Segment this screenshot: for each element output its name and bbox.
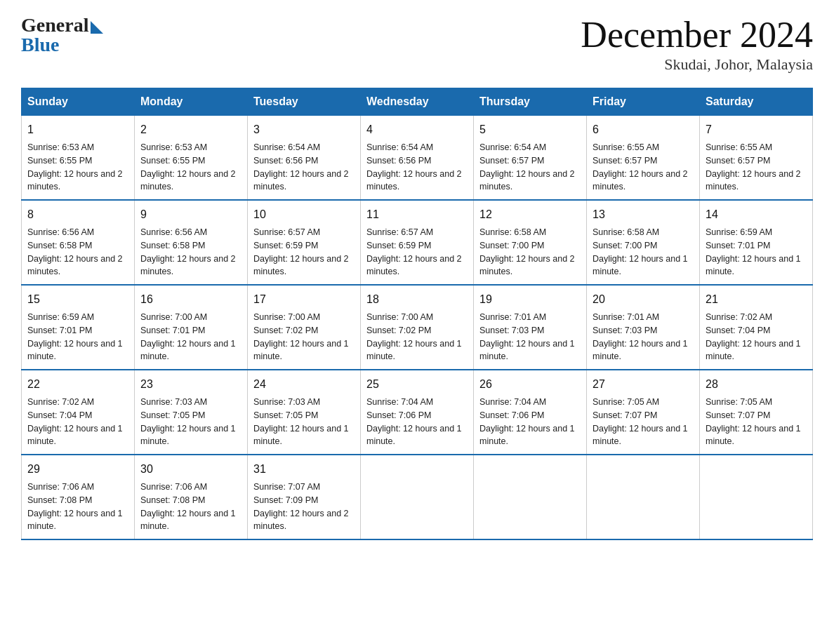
- logo: General Blue: [21, 14, 103, 56]
- day-number: 31: [253, 461, 355, 478]
- day-number: 23: [140, 376, 241, 393]
- calendar-cell: 22Sunrise: 7:02 AMSunset: 7:04 PMDayligh…: [22, 370, 135, 455]
- calendar-cell: 5Sunrise: 6:54 AMSunset: 6:57 PMDaylight…: [474, 116, 587, 201]
- header-monday: Monday: [135, 88, 248, 116]
- cell-info: Sunrise: 6:56 AMSunset: 6:58 PMDaylight:…: [140, 227, 236, 276]
- cell-info: Sunrise: 7:06 AMSunset: 7:08 PMDaylight:…: [140, 482, 236, 531]
- cell-info: Sunrise: 7:07 AMSunset: 7:09 PMDaylight:…: [253, 482, 349, 531]
- cell-info: Sunrise: 6:53 AMSunset: 6:55 PMDaylight:…: [140, 142, 236, 192]
- day-number: 29: [27, 461, 128, 478]
- calendar-cell: 6Sunrise: 6:55 AMSunset: 6:57 PMDaylight…: [587, 116, 700, 201]
- header-wednesday: Wednesday: [361, 88, 474, 116]
- title-area: December 2024 Skudai, Johor, Malaysia: [581, 14, 813, 74]
- cell-info: Sunrise: 7:05 AMSunset: 7:07 PMDaylight:…: [593, 397, 688, 446]
- cell-info: Sunrise: 6:58 AMSunset: 7:00 PMDaylight:…: [479, 227, 575, 276]
- cell-info: Sunrise: 7:00 AMSunset: 7:02 PMDaylight:…: [366, 312, 462, 361]
- cell-info: Sunrise: 7:02 AMSunset: 7:04 PMDaylight:…: [706, 312, 801, 361]
- calendar-cell: 28Sunrise: 7:05 AMSunset: 7:07 PMDayligh…: [700, 370, 813, 455]
- day-number: 7: [706, 121, 807, 138]
- cell-info: Sunrise: 7:00 AMSunset: 7:02 PMDaylight:…: [253, 312, 349, 361]
- cell-info: Sunrise: 6:55 AMSunset: 6:57 PMDaylight:…: [706, 142, 801, 192]
- day-number: 10: [253, 206, 355, 223]
- header-tuesday: Tuesday: [248, 88, 361, 116]
- cell-info: Sunrise: 7:01 AMSunset: 7:03 PMDaylight:…: [479, 312, 575, 361]
- calendar-cell: 12Sunrise: 6:58 AMSunset: 7:00 PMDayligh…: [474, 200, 587, 285]
- calendar-cell: 20Sunrise: 7:01 AMSunset: 7:03 PMDayligh…: [587, 285, 700, 370]
- calendar-cell: 7Sunrise: 6:55 AMSunset: 6:57 PMDaylight…: [700, 116, 813, 201]
- page-header: General Blue December 2024 Skudai, Johor…: [21, 14, 813, 74]
- month-title: December 2024: [581, 14, 813, 55]
- calendar-cell: 11Sunrise: 6:57 AMSunset: 6:59 PMDayligh…: [361, 200, 474, 285]
- calendar-cell: 8Sunrise: 6:56 AMSunset: 6:58 PMDaylight…: [22, 200, 135, 285]
- day-number: 18: [366, 291, 468, 308]
- cell-info: Sunrise: 6:59 AMSunset: 7:01 PMDaylight:…: [27, 312, 123, 361]
- cell-info: Sunrise: 6:54 AMSunset: 6:56 PMDaylight:…: [253, 142, 349, 192]
- day-number: 20: [593, 291, 694, 308]
- day-number: 2: [140, 121, 241, 138]
- day-number: 26: [479, 376, 581, 393]
- day-number: 14: [706, 206, 807, 223]
- calendar-cell: [361, 455, 474, 539]
- cell-info: Sunrise: 7:06 AMSunset: 7:08 PMDaylight:…: [27, 482, 123, 531]
- calendar-cell: [587, 455, 700, 539]
- cell-info: Sunrise: 6:53 AMSunset: 6:55 PMDaylight:…: [27, 142, 123, 192]
- cell-info: Sunrise: 7:03 AMSunset: 7:05 PMDaylight:…: [253, 397, 349, 446]
- day-number: 6: [593, 121, 694, 138]
- calendar-cell: 13Sunrise: 6:58 AMSunset: 7:00 PMDayligh…: [587, 200, 700, 285]
- calendar-cell: 10Sunrise: 6:57 AMSunset: 6:59 PMDayligh…: [248, 200, 361, 285]
- cell-info: Sunrise: 6:57 AMSunset: 6:59 PMDaylight:…: [366, 227, 462, 276]
- header-sunday: Sunday: [22, 88, 135, 116]
- calendar-cell: 16Sunrise: 7:00 AMSunset: 7:01 PMDayligh…: [135, 285, 248, 370]
- cell-info: Sunrise: 6:56 AMSunset: 6:58 PMDaylight:…: [27, 227, 123, 276]
- day-number: 17: [253, 291, 355, 308]
- logo-triangle-icon: [91, 21, 103, 34]
- cell-info: Sunrise: 7:05 AMSunset: 7:07 PMDaylight:…: [706, 397, 801, 446]
- calendar-cell: 14Sunrise: 6:59 AMSunset: 7:01 PMDayligh…: [700, 200, 813, 285]
- day-number: 16: [140, 291, 241, 308]
- calendar-cell: 18Sunrise: 7:00 AMSunset: 7:02 PMDayligh…: [361, 285, 474, 370]
- day-number: 3: [253, 121, 355, 138]
- calendar-table: SundayMondayTuesdayWednesdayThursdayFrid…: [21, 88, 813, 540]
- day-number: 25: [366, 376, 468, 393]
- day-number: 13: [593, 206, 694, 223]
- cell-info: Sunrise: 7:04 AMSunset: 7:06 PMDaylight:…: [366, 397, 462, 446]
- calendar-cell: 19Sunrise: 7:01 AMSunset: 7:03 PMDayligh…: [474, 285, 587, 370]
- calendar-cell: 24Sunrise: 7:03 AMSunset: 7:05 PMDayligh…: [248, 370, 361, 455]
- calendar-cell: 26Sunrise: 7:04 AMSunset: 7:06 PMDayligh…: [474, 370, 587, 455]
- week-row-1: 1Sunrise: 6:53 AMSunset: 6:55 PMDaylight…: [22, 116, 813, 201]
- header-friday: Friday: [587, 88, 700, 116]
- cell-info: Sunrise: 7:03 AMSunset: 7:05 PMDaylight:…: [140, 397, 236, 446]
- calendar-cell: 4Sunrise: 6:54 AMSunset: 6:56 PMDaylight…: [361, 116, 474, 201]
- cell-info: Sunrise: 7:02 AMSunset: 7:04 PMDaylight:…: [27, 397, 123, 446]
- day-number: 5: [479, 121, 581, 138]
- day-number: 27: [593, 376, 694, 393]
- calendar-cell: 29Sunrise: 7:06 AMSunset: 7:08 PMDayligh…: [22, 455, 135, 539]
- day-number: 22: [27, 376, 128, 393]
- calendar-cell: 25Sunrise: 7:04 AMSunset: 7:06 PMDayligh…: [361, 370, 474, 455]
- calendar-cell: 27Sunrise: 7:05 AMSunset: 7:07 PMDayligh…: [587, 370, 700, 455]
- day-number: 19: [479, 291, 581, 308]
- week-row-2: 8Sunrise: 6:56 AMSunset: 6:58 PMDaylight…: [22, 200, 813, 285]
- cell-info: Sunrise: 6:58 AMSunset: 7:00 PMDaylight:…: [593, 227, 688, 276]
- cell-info: Sunrise: 7:00 AMSunset: 7:01 PMDaylight:…: [140, 312, 236, 361]
- calendar-cell: 21Sunrise: 7:02 AMSunset: 7:04 PMDayligh…: [700, 285, 813, 370]
- day-number: 30: [140, 461, 241, 478]
- calendar-cell: 3Sunrise: 6:54 AMSunset: 6:56 PMDaylight…: [248, 116, 361, 201]
- week-row-4: 22Sunrise: 7:02 AMSunset: 7:04 PMDayligh…: [22, 370, 813, 455]
- week-row-3: 15Sunrise: 6:59 AMSunset: 7:01 PMDayligh…: [22, 285, 813, 370]
- day-number: 15: [27, 291, 128, 308]
- logo-blue-text: Blue: [21, 34, 59, 56]
- day-number: 1: [27, 121, 128, 138]
- calendar-header: SundayMondayTuesdayWednesdayThursdayFrid…: [22, 88, 813, 116]
- cell-info: Sunrise: 7:04 AMSunset: 7:06 PMDaylight:…: [479, 397, 575, 446]
- calendar-cell: 9Sunrise: 6:56 AMSunset: 6:58 PMDaylight…: [135, 200, 248, 285]
- header-saturday: Saturday: [700, 88, 813, 116]
- cell-info: Sunrise: 6:54 AMSunset: 6:56 PMDaylight:…: [366, 142, 462, 192]
- day-number: 9: [140, 206, 241, 223]
- cell-info: Sunrise: 6:55 AMSunset: 6:57 PMDaylight:…: [593, 142, 688, 192]
- calendar-cell: [474, 455, 587, 539]
- calendar-cell: 15Sunrise: 6:59 AMSunset: 7:01 PMDayligh…: [22, 285, 135, 370]
- location-subtitle: Skudai, Johor, Malaysia: [581, 55, 813, 74]
- cell-info: Sunrise: 6:54 AMSunset: 6:57 PMDaylight:…: [479, 142, 575, 192]
- calendar-cell: 30Sunrise: 7:06 AMSunset: 7:08 PMDayligh…: [135, 455, 248, 539]
